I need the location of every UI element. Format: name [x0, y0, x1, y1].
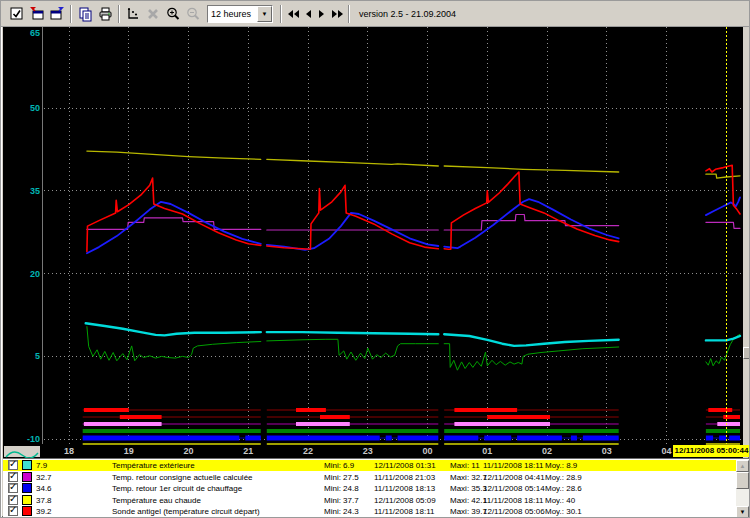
svg-text:18: 18 [64, 446, 74, 456]
series-max-datetime: 11/11/2008 18:11 [483, 496, 544, 505]
svg-text:-10: -10 [27, 434, 40, 444]
series-max: Maxi: 35.3 [450, 484, 487, 493]
svg-text:19: 19 [124, 446, 134, 456]
legend-row[interactable]: ✓34.6Temp. retour 1er circuit de chauffa… [3, 483, 736, 494]
scroll-thumb[interactable] [743, 347, 750, 359]
export-window-red-button[interactable] [27, 4, 47, 24]
print-button[interactable] [95, 4, 115, 24]
series-avg: Moy.: 8.9 [545, 461, 577, 470]
svg-text:03: 03 [602, 446, 612, 456]
delete-button [143, 4, 163, 24]
series-color-swatch [22, 472, 32, 482]
svg-text:00: 00 [422, 446, 432, 456]
series-min-datetime: 11/11/2008 18:11 [374, 507, 435, 516]
series-max: Maxi: 42.1 [450, 496, 487, 505]
chevron-down-icon[interactable]: ▼ [257, 6, 272, 22]
svg-text:50: 50 [30, 103, 40, 113]
svg-text:35: 35 [30, 186, 40, 196]
series-max: Maxi: 39.7 [450, 507, 487, 516]
series-max-datetime: 12/11/2008 05:06 [483, 507, 545, 516]
series-current-value: 39.2 [36, 507, 52, 516]
svg-text:5: 5 [35, 351, 40, 361]
series-avg: Moy.: 28.6 [545, 484, 582, 493]
zoom-in-button[interactable] [163, 4, 183, 24]
series-min-datetime: 11/11/2008 18:13 [374, 484, 435, 493]
series-min: Mini: 37.7 [324, 496, 359, 505]
series-min: Mini: 27.5 [324, 473, 359, 482]
series-max: Maxi: 32.7 [450, 473, 487, 482]
cursor-timestamp-badge: 12/11/2008 05:00:44 [673, 445, 750, 457]
legend-row[interactable]: ✓39.2Sonde antigel (température circuit … [3, 506, 736, 517]
legend-row[interactable]: ✓37.8Température eau chaudeMini: 37.712/… [3, 495, 736, 506]
axis-scale-button[interactable] [123, 4, 143, 24]
series-checkbox[interactable]: ✓ [8, 472, 18, 482]
series-min: Mini: 24.8 [324, 484, 359, 493]
legend-row[interactable]: ✓7.9Température extérieureMini: 6.912/11… [3, 460, 736, 471]
plot-area-svg[interactable]: 655035205-101819202122230001020304 [3, 27, 743, 458]
timespan-select[interactable]: 12 heures ▼ [207, 5, 273, 23]
nav-last-button[interactable] [329, 4, 345, 24]
series-min: Mini: 24.3 [324, 507, 359, 516]
right-scroll-strip [743, 27, 750, 445]
series-name: Sonde antigel (température circuit dépar… [112, 507, 260, 516]
scroll-down-icon[interactable]: ▼ [736, 506, 749, 518]
legend-row[interactable]: ✓32.7Temp. retour consigne actuelle calc… [3, 472, 736, 483]
series-min-datetime: 12/11/2008 01:31 [374, 461, 436, 470]
legend-panel: ✓7.9Température extérieureMini: 6.912/11… [3, 458, 749, 517]
series-color-swatch [22, 495, 32, 505]
series-current-value: 37.8 [36, 496, 52, 505]
series-max-datetime: 12/11/2008 04:41 [483, 473, 545, 482]
series-name: Température extérieure [112, 461, 195, 470]
nav-previous-button[interactable] [301, 4, 315, 24]
svg-text:20: 20 [30, 269, 40, 279]
nav-first-button[interactable] [285, 4, 301, 24]
svg-text:04: 04 [661, 446, 671, 456]
svg-text:02: 02 [542, 446, 552, 456]
svg-text:65: 65 [30, 28, 40, 38]
series-current-value: 32.7 [36, 473, 52, 482]
series-color-swatch [22, 460, 32, 470]
zoom-out-button [183, 4, 203, 24]
series-color-swatch [22, 483, 32, 493]
check-button[interactable] [7, 4, 27, 24]
series-name: Temp. retour consigne actuelle calculée [112, 473, 253, 482]
series-max-datetime: 12/11/2008 05:14 [483, 484, 545, 493]
nav-next-button[interactable] [315, 4, 329, 24]
series-name: Température eau chaude [112, 496, 201, 505]
series-avg: Moy.: 30.1 [545, 507, 582, 516]
svg-text:20: 20 [183, 446, 193, 456]
trend-viewer-window: 12 heures ▼ version 2.5 - 21.09.2004 655… [0, 0, 750, 518]
toolbar-separator [280, 5, 282, 23]
timespan-value: 12 heures [208, 6, 257, 22]
version-label: version 2.5 - 21.09.2004 [359, 9, 456, 19]
svg-text:01: 01 [482, 446, 492, 456]
legend-scrollbar[interactable]: ▲ ▼ [736, 460, 749, 518]
series-min-datetime: 11/11/2008 21:03 [374, 473, 435, 482]
legend-rows: ✓7.9Température extérieureMini: 6.912/11… [3, 460, 736, 518]
toolbar-separator [118, 5, 120, 23]
export-window-blue-button[interactable] [47, 4, 67, 24]
toolbar-separator [70, 5, 72, 23]
svg-text:23: 23 [363, 446, 373, 456]
svg-text:21: 21 [243, 446, 253, 456]
series-avg: Moy.: 40 [545, 496, 575, 505]
series-checkbox[interactable]: ✓ [8, 460, 18, 470]
scroll-up-icon[interactable]: ▲ [736, 460, 749, 472]
copy-button[interactable] [75, 4, 95, 24]
svg-text:22: 22 [303, 446, 313, 456]
toolbar: 12 heures ▼ version 2.5 - 21.09.2004 [1, 1, 750, 27]
series-avg: Moy.: 28.9 [545, 473, 582, 482]
series-max: Maxi: 11 [450, 461, 480, 470]
series-max-datetime: 11/11/2008 18:11 [483, 461, 544, 470]
series-checkbox[interactable]: ✓ [8, 506, 18, 516]
series-checkbox[interactable]: ✓ [8, 495, 18, 505]
trend-chart[interactable]: 655035205-101819202122230001020304 [3, 27, 743, 458]
series-current-value: 34.6 [36, 484, 52, 493]
legend-scroll-thumb[interactable] [736, 472, 749, 489]
series-min: Mini: 6.9 [324, 461, 354, 470]
series-checkbox[interactable]: ✓ [8, 483, 18, 493]
series-color-swatch [22, 506, 32, 516]
toolbar-separator [348, 5, 350, 23]
series-current-value: 7.9 [36, 461, 47, 470]
curve-icon[interactable] [3, 445, 41, 458]
